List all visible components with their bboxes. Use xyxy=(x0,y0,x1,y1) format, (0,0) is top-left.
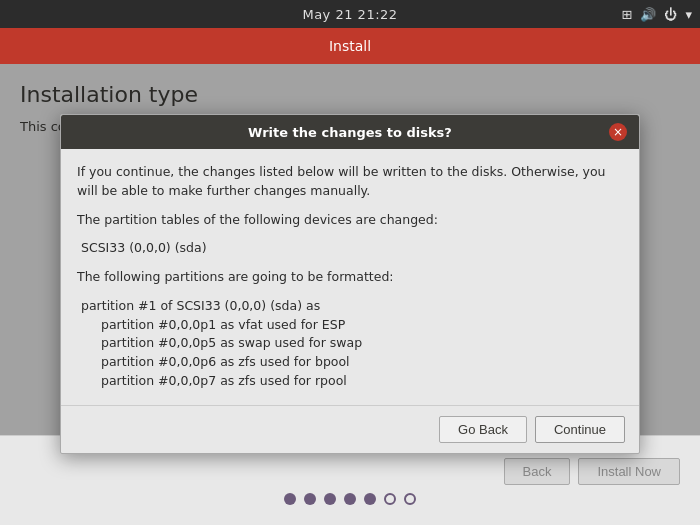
dot-1 xyxy=(284,493,296,505)
dialog-para3: The following partitions are going to be… xyxy=(77,268,623,287)
system-icons: ⊞ 🔊 ⏻ ▾ xyxy=(622,7,692,22)
dialog-footer: Go Back Continue xyxy=(61,405,639,453)
device-name: SCSI33 (0,0,0) (sda) xyxy=(81,240,207,255)
partition-line-2: partition #0,0,0p5 as swap used for swap xyxy=(101,334,623,353)
go-back-button[interactable]: Go Back xyxy=(439,416,527,443)
progress-dots xyxy=(284,493,416,505)
dialog-para2: The partition tables of the following de… xyxy=(77,211,623,230)
dialog-body: If you continue, the changes listed belo… xyxy=(61,149,639,405)
dot-3 xyxy=(324,493,336,505)
dot-5 xyxy=(364,493,376,505)
window-title-bar: Install xyxy=(0,28,700,64)
content-area: Installation type This computer currentl… xyxy=(0,64,700,435)
continue-button[interactable]: Continue xyxy=(535,416,625,443)
dot-4 xyxy=(344,493,356,505)
install-now-button[interactable]: Install Now xyxy=(578,458,680,485)
power-icon[interactable]: ⏻ xyxy=(664,7,677,22)
dot-6 xyxy=(384,493,396,505)
dialog-overlay: Write the changes to disks? × If you con… xyxy=(0,64,700,435)
partition-list: partition #1 of SCSI33 (0,0,0) (sda) as … xyxy=(81,297,623,391)
dropdown-arrow[interactable]: ▾ xyxy=(685,7,692,22)
device-list: SCSI33 (0,0,0) (sda) xyxy=(81,239,623,258)
top-bar: May 21 21:22 ⊞ 🔊 ⏻ ▾ xyxy=(0,0,700,28)
partition-line-4: partition #0,0,0p7 as zfs used for rpool xyxy=(101,372,623,391)
dot-7 xyxy=(404,493,416,505)
partition-line-3: partition #0,0,0p6 as zfs used for bpool xyxy=(101,353,623,372)
partition-line-1: partition #0,0,0p1 as vfat used for ESP xyxy=(101,316,623,335)
confirm-dialog: Write the changes to disks? × If you con… xyxy=(60,114,640,454)
network-icon[interactable]: ⊞ xyxy=(622,7,633,22)
back-button[interactable]: Back xyxy=(504,458,571,485)
install-window: May 21 21:22 ⊞ 🔊 ⏻ ▾ Install Installatio… xyxy=(0,0,700,525)
partition-line-0: partition #1 of SCSI33 (0,0,0) (sda) as xyxy=(81,297,623,316)
dialog-para1: If you continue, the changes listed belo… xyxy=(77,163,623,201)
volume-icon[interactable]: 🔊 xyxy=(640,7,656,22)
dot-2 xyxy=(304,493,316,505)
window-title: Install xyxy=(329,38,371,54)
action-buttons: Back Install Now xyxy=(504,458,680,485)
dialog-title: Write the changes to disks? xyxy=(91,125,609,140)
dialog-header: Write the changes to disks? × xyxy=(61,115,639,149)
dialog-close-button[interactable]: × xyxy=(609,123,627,141)
system-time: May 21 21:22 xyxy=(302,7,397,22)
